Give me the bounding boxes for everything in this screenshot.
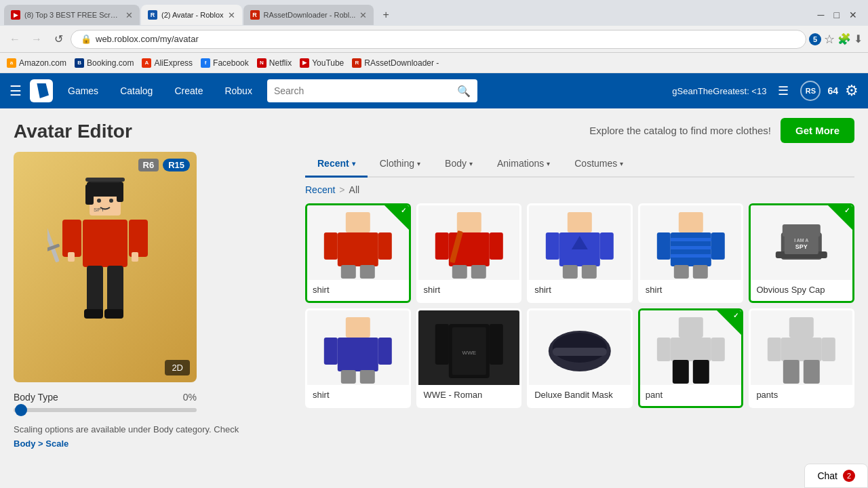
tab-1[interactable]: ▶ (8) Top 3 BEST FREE Scree... ✕ (4, 5, 140, 25)
minimize-icon[interactable]: ─ (814, 9, 829, 20)
tab-animations[interactable]: Animations ▾ (485, 151, 562, 178)
svg-rect-15 (87, 266, 103, 313)
svg-rect-70 (553, 348, 607, 356)
svg-rect-40 (563, 265, 578, 279)
bookmark-rasset[interactable]: R RAssetDownloader - (352, 58, 439, 68)
tab-body[interactable]: Body ▾ (433, 151, 485, 178)
svg-rect-27 (360, 265, 375, 279)
svg-rect-48 (671, 254, 711, 258)
roblox-logo[interactable] (30, 79, 53, 102)
item-card-2[interactable]: shirt (416, 203, 522, 303)
item-card-10[interactable]: pants (749, 308, 854, 408)
tab-2[interactable]: R (2) Avatar - Roblox ✕ (141, 5, 242, 25)
address-text: web.roblox.com/my/avatar (96, 34, 199, 44)
costumes-arrow: ▾ (620, 160, 623, 167)
bookmark-netflix[interactable]: N Netflix (257, 58, 292, 68)
svg-text:SPY: SPY (795, 243, 808, 250)
search-input[interactable] (274, 85, 452, 96)
item-card-5[interactable]: ✓ I AM A SPY Obvious Spy Cap (749, 203, 854, 303)
settings-icon[interactable]: ⚙ (845, 82, 859, 100)
robux-icon[interactable]: RS (800, 81, 821, 101)
item-card-9[interactable]: ✓ pant (638, 308, 744, 408)
items-grid: ✓ shirt (305, 203, 854, 408)
bookmark-youtube[interactable]: ▶ YouTube (300, 58, 344, 68)
body-type-label: Body Type (14, 392, 58, 403)
address-input[interactable]: 🔒 web.roblox.com/my/avatar (71, 30, 806, 49)
svg-rect-71 (679, 317, 703, 338)
scale-info: Scaling options are available under Body… (14, 423, 278, 451)
svg-rect-41 (582, 265, 597, 279)
tab-1-close[interactable]: ✕ (125, 10, 133, 20)
svg-rect-34 (471, 265, 486, 279)
bookmarks-bar: a Amazon.com B Booking.com A AliExpress … (0, 53, 868, 73)
tab-recent[interactable]: Recent ▾ (305, 151, 368, 178)
svg-rect-42 (679, 212, 703, 232)
svg-rect-11 (68, 252, 75, 262)
svg-rect-62 (360, 370, 375, 384)
bookmark-booking[interactable]: B Booking.com (75, 58, 134, 68)
svg-rect-21 (85, 178, 125, 182)
item-card-1[interactable]: ✓ shirt (305, 203, 411, 303)
item-card-4[interactable]: shirt (638, 203, 744, 303)
svg-text:WWE: WWE (462, 350, 475, 356)
svg-marker-0 (37, 83, 49, 98)
body-type-section: Body Type 0% (14, 392, 197, 412)
svg-rect-25 (378, 232, 392, 260)
nav-robux[interactable]: Robux (218, 81, 258, 100)
svg-text:I AM A: I AM A (795, 238, 809, 243)
tab-clothing[interactable]: Clothing ▾ (368, 151, 433, 178)
item-card-8[interactable]: Deluxe Bandit Mask (527, 308, 633, 408)
item-9-name: pant (640, 385, 742, 406)
extensions-icon[interactable]: 🧩 (837, 33, 851, 45)
avatar-badges: R6 R15 (138, 159, 190, 171)
back-button[interactable]: ← (5, 30, 24, 49)
bookmark-amazon[interactable]: a Amazon.com (7, 58, 66, 68)
item-card-6[interactable]: shirt (305, 308, 411, 408)
window-controls: ─ □ ✕ (814, 9, 864, 20)
bookmark-facebook[interactable]: f Facebook (201, 58, 249, 68)
roblox-header: ☰ Games Catalog Create Robux 🔍 gSeanTheG… (0, 73, 868, 108)
tab-2-title: (2) Avatar - Roblox (161, 11, 224, 19)
new-tab-button[interactable]: + (378, 7, 394, 23)
svg-rect-76 (693, 360, 709, 384)
svg-rect-64 (435, 324, 448, 365)
svg-rect-18 (104, 309, 123, 319)
item-10-name: pants (751, 385, 852, 406)
get-more-button[interactable]: Get More (781, 118, 854, 143)
svg-rect-14 (132, 252, 138, 262)
avatar-2d-button[interactable]: 2D (165, 360, 190, 375)
item-card-3[interactable]: shirt (527, 203, 633, 303)
slider-thumb[interactable] (15, 404, 27, 416)
filter-tabs: Recent ▾ Clothing ▾ Body ▾ Animations ▾ … (305, 151, 854, 178)
tab-costumes[interactable]: Costumes ▾ (562, 151, 635, 178)
notifications-icon[interactable]: ☰ (773, 81, 793, 101)
item-card-7[interactable]: WWE WWE - Roman (416, 308, 522, 408)
svg-rect-23 (338, 232, 378, 266)
download-icon[interactable]: ⬇ (854, 33, 863, 45)
nav-catalog[interactable]: Catalog (113, 81, 159, 100)
badge-r6[interactable]: R6 (138, 159, 159, 171)
tab-3[interactable]: R RAssetDownloader - Robl... ✕ (243, 5, 374, 25)
avatar-figure: SPY (47, 165, 163, 369)
nav-games[interactable]: Games (61, 81, 105, 100)
breadcrumb-second: All (349, 184, 360, 195)
svg-text:SPY: SPY (94, 207, 105, 213)
breadcrumb-first[interactable]: Recent (305, 184, 335, 195)
search-icon[interactable]: 🔍 (457, 85, 471, 98)
scale-link[interactable]: Body > Scale (14, 439, 68, 449)
nav-create[interactable]: Create (167, 81, 210, 100)
close-icon[interactable]: ✕ (845, 9, 861, 20)
reload-button[interactable]: ↺ (49, 30, 68, 49)
maximize-icon[interactable]: □ (830, 9, 844, 20)
search-bar[interactable]: 🔍 (267, 79, 477, 102)
tab-3-close[interactable]: ✕ (359, 10, 367, 20)
hamburger-icon[interactable]: ☰ (9, 83, 22, 99)
bookmark-icon[interactable]: ☆ (824, 32, 835, 47)
bookmark-aliexpress[interactable]: A AliExpress (142, 58, 193, 68)
svg-point-7 (109, 199, 113, 203)
forward-button[interactable]: → (27, 30, 46, 49)
badge-r15[interactable]: R15 (163, 159, 190, 171)
tab-2-close[interactable]: ✕ (228, 10, 235, 20)
chat-button[interactable]: Chat 2 (804, 464, 868, 488)
svg-rect-28 (456, 212, 481, 232)
